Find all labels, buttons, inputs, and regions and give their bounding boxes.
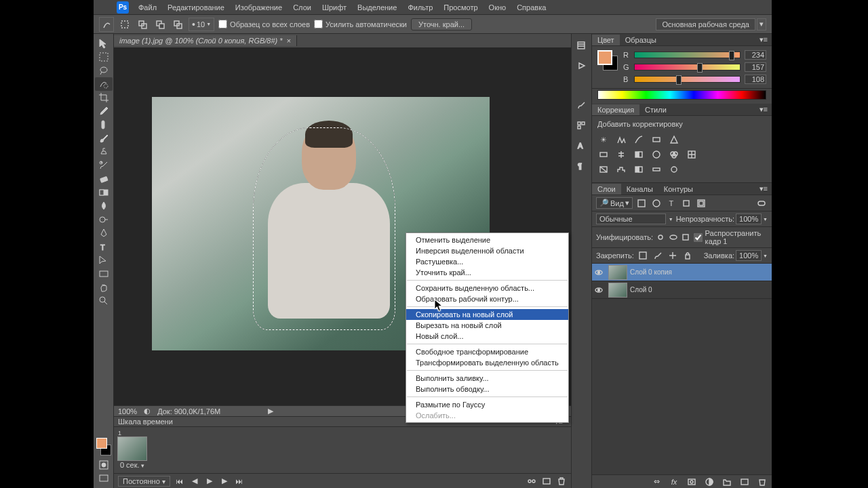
layer-name[interactable]: Слой 0 копия — [630, 268, 772, 276]
healing-brush-tool[interactable] — [95, 118, 113, 131]
unify-visibility-icon[interactable] — [669, 232, 679, 243]
lock-pixels-icon[interactable] — [652, 250, 664, 261]
tab-paths[interactable]: Контуры — [658, 184, 698, 195]
workspace-select[interactable]: Основная рабочая среда — [656, 18, 755, 30]
foreground-color-swatch[interactable] — [96, 438, 107, 449]
lock-transparency-icon[interactable] — [637, 250, 649, 261]
tween-icon[interactable] — [526, 476, 537, 486]
brush-tool[interactable] — [95, 131, 113, 145]
lock-all-icon[interactable] — [682, 250, 694, 261]
tab-layers[interactable]: Слои — [592, 184, 621, 195]
panel-menu-icon[interactable]: ▾≡ — [755, 104, 772, 115]
adj-hue-icon[interactable] — [597, 149, 610, 160]
dodge-tool[interactable] — [95, 213, 113, 226]
last-frame-icon[interactable]: ⏭ — [234, 476, 245, 486]
adj-bw-icon[interactable] — [633, 149, 645, 160]
timeline-frame[interactable]: 1 0 сек. ▾ — [117, 430, 148, 470]
rectangle-tool[interactable] — [95, 267, 113, 281]
prev-frame-icon[interactable]: ◀ — [189, 476, 200, 486]
r-value[interactable]: 234 — [745, 50, 766, 60]
status-popup-icon[interactable]: ◐ — [144, 407, 151, 415]
adjustment-layer-icon[interactable] — [704, 476, 715, 487]
visibility-toggle-icon[interactable] — [592, 268, 606, 277]
color-spectrum[interactable] — [597, 90, 766, 100]
visibility-toggle-icon[interactable] — [592, 285, 606, 295]
pen-tool[interactable] — [95, 226, 113, 240]
first-frame-icon[interactable]: ⏮ — [174, 476, 185, 486]
adj-exposure-icon[interactable] — [650, 134, 663, 145]
adj-curves-icon[interactable] — [633, 134, 645, 145]
intersect-selection-icon[interactable] — [171, 18, 184, 31]
brush-panel-icon[interactable] — [573, 98, 589, 113]
adj-selective-color-icon[interactable] — [668, 164, 680, 175]
brush-size-picker[interactable]: • 10 ▼ — [189, 18, 214, 31]
context-menu-item[interactable]: Размытие по Гауссу — [406, 399, 568, 410]
next-frame-icon[interactable]: ▶ — [219, 476, 230, 486]
adj-levels-icon[interactable] — [615, 134, 627, 145]
adj-threshold-icon[interactable] — [633, 164, 645, 175]
new-selection-icon[interactable] — [118, 18, 132, 31]
lasso-tool[interactable] — [95, 64, 113, 77]
path-selection-tool[interactable] — [95, 253, 113, 267]
adj-channel-mixer-icon[interactable] — [668, 149, 680, 160]
adj-brightness-icon[interactable]: ☀ — [597, 134, 610, 145]
context-menu-item[interactable]: Уточнить край... — [406, 267, 568, 278]
eraser-tool[interactable] — [95, 172, 113, 186]
context-menu-item[interactable]: Трансформировать выделенную область — [406, 357, 568, 368]
r-slider[interactable] — [634, 52, 741, 58]
paragraph-panel-icon[interactable]: ¶ — [573, 159, 589, 174]
unify-position-icon[interactable] — [656, 232, 666, 243]
context-menu-item[interactable]: Отменить выделение — [406, 235, 568, 245]
menu-select[interactable]: Выделение — [352, 1, 402, 14]
menu-edit[interactable]: Редактирование — [162, 1, 230, 14]
g-slider[interactable] — [634, 64, 741, 70]
gradient-tool[interactable] — [95, 186, 113, 199]
adj-invert-icon[interactable] — [597, 164, 610, 175]
layer-filter-kind[interactable]: 🔎 Вид ▾ — [596, 197, 633, 209]
layer-name[interactable]: Слой 0 — [630, 286, 772, 293]
context-menu-item[interactable]: Свободное трансформирование — [406, 346, 568, 357]
move-tool[interactable] — [95, 37, 113, 50]
tab-channels[interactable]: Каналы — [621, 184, 658, 195]
document-tab[interactable]: image (1).jpg @ 100% (Слой 0 копия, RGB/… — [114, 35, 297, 46]
propagate-frame-checkbox[interactable]: Распространить кадр 1 — [694, 229, 768, 245]
marquee-tool[interactable] — [95, 50, 113, 64]
quick-mask-mode[interactable] — [95, 458, 113, 472]
close-tab-icon[interactable]: × — [287, 37, 291, 45]
character-panel-icon[interactable]: A — [573, 138, 589, 153]
tab-styles[interactable]: Стили — [639, 104, 672, 115]
adj-vibrance-icon[interactable] — [668, 134, 680, 145]
active-tool-icon[interactable] — [99, 17, 114, 32]
b-value[interactable]: 108 — [745, 75, 766, 84]
screen-mode[interactable] — [95, 472, 113, 485]
subtract-selection-icon[interactable] — [153, 18, 167, 31]
play-icon[interactable]: ▶ — [204, 476, 215, 486]
menu-type[interactable]: Шрифт — [317, 1, 352, 14]
new-frame-icon[interactable] — [541, 476, 552, 486]
history-brush-tool[interactable] — [95, 159, 113, 172]
blend-mode-select[interactable]: Обычные — [596, 214, 666, 224]
context-menu-item[interactable]: Новый слой... — [406, 331, 568, 342]
g-value[interactable]: 157 — [745, 62, 766, 72]
layer-style-icon[interactable]: fx — [669, 476, 679, 487]
filter-smart-icon[interactable] — [695, 198, 707, 209]
actions-panel-icon[interactable] — [573, 58, 589, 73]
type-tool[interactable]: T — [95, 240, 113, 253]
hand-tool[interactable] — [95, 281, 113, 294]
delete-layer-icon[interactable] — [757, 476, 768, 487]
context-menu-item[interactable]: Инверсия выделенной области — [406, 245, 568, 256]
crop-tool[interactable] — [95, 91, 113, 104]
color-swatches[interactable] — [95, 436, 113, 457]
tab-swatches[interactable]: Образцы — [620, 35, 662, 45]
zoom-level[interactable]: 100% — [118, 407, 137, 415]
context-menu-item[interactable]: Растушевка... — [406, 256, 568, 267]
layer-row[interactable]: Слой 0 копия — [592, 264, 772, 281]
lock-position-icon[interactable] — [667, 250, 679, 261]
layer-row[interactable]: Слой 0 — [592, 281, 772, 299]
menu-window[interactable]: Окно — [484, 1, 512, 14]
menu-file[interactable]: Файл — [133, 1, 162, 14]
eyedropper-tool[interactable] — [95, 104, 113, 118]
panel-menu-icon[interactable]: ▾≡ — [755, 34, 772, 45]
filter-shape-icon[interactable] — [680, 198, 692, 209]
workspace-dropdown-icon[interactable]: ▾ — [757, 18, 766, 30]
